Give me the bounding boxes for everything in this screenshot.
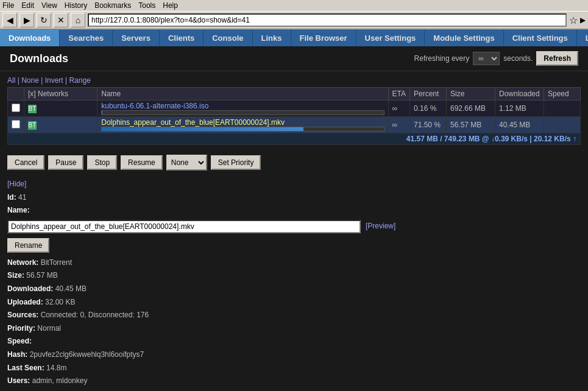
- bookmark-star[interactable]: ☆: [569, 15, 578, 26]
- page-title: Downloads: [10, 52, 68, 65]
- tab-client-settings[interactable]: Client Settings: [504, 30, 577, 46]
- tab-clients[interactable]: Clients: [160, 30, 204, 46]
- nav-tabs: Downloads Searches Servers Clients Conso…: [0, 30, 588, 46]
- tab-servers[interactable]: Servers: [113, 30, 160, 46]
- tab-file-browser[interactable]: File Browser: [291, 30, 356, 46]
- name-row: [Preview]: [7, 220, 581, 233]
- menu-file[interactable]: File: [2, 1, 14, 10]
- refresh-section: Refreshing every ∞ 5 10 30 60 seconds. R…: [414, 51, 578, 66]
- col-eta[interactable]: ETA: [388, 88, 409, 100]
- sources-label: Sources:: [7, 311, 38, 319]
- row-checkbox[interactable]: [12, 120, 20, 129]
- downloaded-value: 40.45 MB: [55, 284, 87, 293]
- row-eta: ∞: [388, 100, 409, 117]
- tab-searches[interactable]: Searches: [60, 30, 113, 46]
- filter-none[interactable]: None: [21, 76, 39, 85]
- hide-link[interactable]: [Hide]: [7, 180, 26, 188]
- refresh-button[interactable]: Refresh: [536, 51, 578, 66]
- reload-button[interactable]: ↻: [37, 13, 51, 27]
- priority-select[interactable]: None Low Normal High: [166, 155, 207, 171]
- row-speed: [544, 100, 581, 117]
- menu-tools[interactable]: Tools: [138, 1, 155, 10]
- downloads-table: [x] Networks Name ETA Percent Size Downl…: [7, 87, 581, 145]
- seconds-label: seconds.: [503, 54, 533, 63]
- menu-edit[interactable]: Edit: [21, 1, 34, 10]
- home-button[interactable]: ⌂: [71, 13, 85, 27]
- downloads-section: All | None | Invert | Range [x] Networks…: [0, 71, 588, 150]
- hash-value: 2puvfez2clg6kwwehlq3hl6ooifptys7: [30, 350, 144, 359]
- pause-button[interactable]: Pause: [48, 155, 83, 170]
- detail-section: [Hide] Id: 41 Name: [Preview] Rename Net…: [0, 175, 588, 391]
- network-icon: BT: [28, 105, 37, 113]
- set-priority-button[interactable]: Set Priority: [211, 155, 261, 170]
- browser-chrome: File Edit View History Bookmarks Tools H…: [0, 0, 588, 30]
- filter-range[interactable]: Range: [69, 76, 90, 85]
- row-network-cell: BT: [24, 117, 97, 133]
- speed-label: Speed:: [7, 337, 32, 345]
- menu-history[interactable]: History: [65, 1, 87, 10]
- table-row: BT kubuntu-6.06.1-alternate-i386.iso ∞ 0…: [8, 100, 581, 117]
- tab-downloads[interactable]: Downloads: [0, 30, 60, 46]
- rename-button[interactable]: Rename: [7, 238, 49, 253]
- progress-bar-container: [101, 127, 384, 132]
- size-label: Size:: [7, 271, 24, 280]
- col-speed[interactable]: Speed: [544, 88, 581, 100]
- tab-module-settings[interactable]: Module Settings: [425, 30, 503, 46]
- network-icon: BT: [28, 121, 37, 130]
- back-button[interactable]: ◀: [2, 13, 17, 27]
- col-downloaded[interactable]: Downloaded: [495, 88, 544, 100]
- row-filename[interactable]: kubuntu-6.06.1-alternate-i386.iso: [101, 102, 208, 110]
- priority-label: Priority:: [7, 324, 35, 333]
- row-filename[interactable]: Dolphins_appear_out_of_the_blue[EART0000…: [101, 118, 285, 127]
- refresh-label: Refreshing every: [414, 54, 470, 63]
- go-button[interactable]: ▶: [580, 16, 586, 24]
- row-percent: 0.16 %: [410, 100, 447, 117]
- row-speed: [544, 117, 581, 133]
- col-size[interactable]: Size: [447, 88, 495, 100]
- row-size: 692.66 MB: [447, 100, 495, 117]
- summary-text: 41.57 MB / 749.23 MB @ ↓0.39 KB/s | 20.1…: [8, 133, 581, 145]
- menu-help[interactable]: Help: [163, 1, 178, 10]
- menu-bar: File Edit View History Bookmarks Tools H…: [0, 0, 588, 11]
- refresh-interval-select[interactable]: ∞ 5 10 30 60: [473, 52, 500, 65]
- stop-button[interactable]: ✕: [54, 13, 68, 27]
- users-label: Users:: [7, 376, 30, 385]
- menu-bookmarks[interactable]: Bookmarks: [94, 1, 131, 10]
- main-content: Downloads Refreshing every ∞ 5 10 30 60 …: [0, 46, 588, 391]
- progress-bar: [102, 111, 102, 114]
- filter-invert[interactable]: Invert: [45, 76, 63, 85]
- sources-value: Connected: 0, Disconnected: 176: [41, 311, 149, 319]
- tab-links[interactable]: Links: [253, 30, 291, 46]
- col-name[interactable]: Name: [97, 88, 388, 100]
- row-checkbox[interactable]: [12, 104, 20, 112]
- summary-row: 41.57 MB / 749.23 MB @ ↓0.39 KB/s | 20.1…: [8, 133, 581, 145]
- col-percent[interactable]: Percent: [410, 88, 447, 100]
- network-value: BitTorrent: [41, 258, 72, 267]
- menu-view[interactable]: View: [41, 1, 57, 10]
- row-downloaded: 40.45 MB: [495, 117, 544, 133]
- row-percent: 71.50 %: [410, 117, 447, 133]
- forward-button[interactable]: ▶: [19, 13, 34, 27]
- resume-button[interactable]: Resume: [121, 155, 163, 170]
- tab-user-settings[interactable]: User Settings: [356, 30, 425, 46]
- address-input[interactable]: [88, 13, 567, 27]
- uploaded-value: 32.00 KB: [45, 298, 75, 306]
- row-eta: ∞: [388, 117, 409, 133]
- address-bar: [88, 13, 567, 27]
- stop-button[interactable]: Stop: [87, 155, 117, 170]
- preview-link[interactable]: [Preview]: [366, 220, 395, 233]
- network-label: Network:: [7, 258, 38, 267]
- filter-all[interactable]: All: [7, 76, 15, 85]
- cancel-button[interactable]: Cancel: [7, 155, 44, 170]
- tab-console[interactable]: Console: [204, 30, 252, 46]
- toolbar: ◀ ▶ ↻ ✕ ⌂ ☆ ▶: [0, 11, 588, 29]
- priority-value: Normal: [37, 324, 61, 333]
- tab-logout[interactable]: Logout: [577, 30, 588, 46]
- id-label: Id:: [7, 193, 16, 202]
- hash-label: Hash:: [7, 350, 27, 359]
- filter-row: All | None | Invert | Range: [7, 76, 581, 85]
- filename-input[interactable]: [7, 220, 361, 233]
- action-row: Cancel Pause Stop Resume None Low Normal…: [0, 150, 588, 175]
- name-label: Name:: [7, 206, 30, 214]
- col-checkbox: [8, 88, 24, 100]
